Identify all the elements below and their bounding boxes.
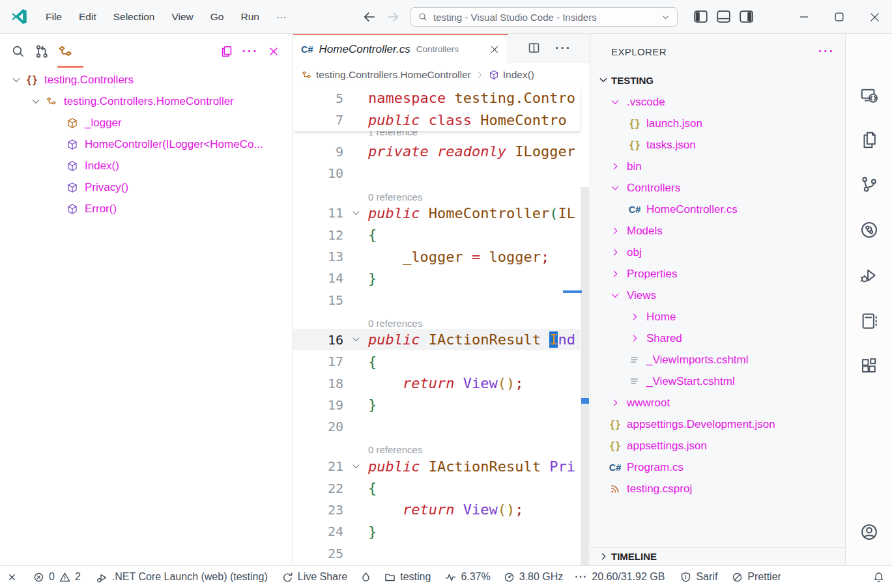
codelens-references[interactable]: 0 references bbox=[293, 184, 580, 203]
code-line[interactable]: 9private readonly ILogger bbox=[293, 141, 580, 162]
editor-scrollbar[interactable] bbox=[581, 187, 589, 565]
outline-item[interactable]: HomeController(ILogger<HomeCo... bbox=[0, 133, 292, 155]
explorer-item[interactable]: testing.csproj bbox=[590, 478, 845, 499]
tab-homecontroller[interactable]: C# HomeController.cs Controllers bbox=[293, 34, 508, 63]
codelens-references[interactable]: 0 references bbox=[293, 311, 580, 329]
compare-icon[interactable] bbox=[32, 42, 51, 61]
explorer-icon[interactable] bbox=[858, 129, 880, 151]
explorer-item[interactable]: .vscode bbox=[590, 91, 845, 113]
explorer-item[interactable]: Models bbox=[590, 220, 845, 242]
menu-selection[interactable]: Selection bbox=[105, 7, 164, 27]
fold-chevron-icon[interactable] bbox=[343, 208, 368, 218]
status-live-share[interactable]: Live Share bbox=[282, 571, 348, 583]
code-line[interactable]: 25 bbox=[293, 542, 580, 564]
status-remote[interactable] bbox=[7, 572, 18, 583]
account-icon[interactable] bbox=[858, 521, 880, 543]
outline-item[interactable]: _logger bbox=[0, 112, 292, 133]
forward-arrow-icon[interactable] bbox=[386, 10, 400, 24]
explorer-item[interactable]: bin bbox=[590, 156, 845, 177]
code-line[interactable]: 15 bbox=[293, 289, 580, 311]
explorer-item[interactable]: C#HomeController.cs bbox=[590, 199, 845, 220]
code-line[interactable]: 11public HomeController(IL bbox=[293, 203, 580, 224]
code-line[interactable]: 18 return View(); bbox=[293, 372, 580, 394]
status-flame[interactable] bbox=[360, 572, 371, 583]
extensions-icon[interactable] bbox=[858, 356, 880, 378]
duplicate-icon[interactable] bbox=[217, 42, 237, 61]
code-line[interactable]: 14} bbox=[293, 268, 580, 289]
status-clock-speed[interactable]: 3.80 GHz bbox=[504, 571, 564, 583]
code-line[interactable]: 10 bbox=[293, 163, 580, 184]
status-sarif[interactable]: Sarif bbox=[680, 571, 717, 583]
code-area[interactable]: 1 reference 5namespace testing.Contro7pu… bbox=[293, 87, 590, 565]
explorer-item[interactable]: wwwroot bbox=[590, 392, 845, 413]
code-line[interactable]: 20 bbox=[293, 416, 580, 438]
code-line[interactable]: 19} bbox=[293, 394, 580, 415]
source-control-icon[interactable] bbox=[858, 173, 880, 195]
code-line[interactable]: 22{ bbox=[293, 477, 580, 499]
code-line[interactable]: 16public IActionResult Ind bbox=[293, 329, 580, 350]
menu-view[interactable]: View bbox=[163, 7, 201, 27]
status-notifications[interactable] bbox=[873, 572, 884, 583]
menu-run[interactable]: Run bbox=[232, 7, 267, 27]
status-memory-usage[interactable]: ···20.60/31.92 GB bbox=[575, 571, 665, 583]
notebook-icon[interactable] bbox=[858, 310, 880, 332]
explorer-item[interactable]: obj bbox=[590, 242, 845, 263]
explorer-item[interactable]: {}tasks.json bbox=[590, 134, 845, 156]
outline-item[interactable]: {}testing.Controllers bbox=[0, 69, 292, 91]
maximize-button[interactable] bbox=[822, 0, 857, 34]
code-line[interactable]: 12{ bbox=[293, 224, 580, 245]
back-arrow-icon[interactable] bbox=[362, 10, 377, 24]
close-panel-icon[interactable] bbox=[264, 42, 283, 61]
outline-item[interactable]: Index() bbox=[0, 155, 292, 176]
more-actions-icon[interactable]: ··· bbox=[240, 42, 260, 61]
code-line[interactable]: 7public class HomeContro bbox=[293, 109, 580, 130]
explorer-item[interactable]: Shared bbox=[590, 328, 845, 349]
explorer-item[interactable]: {}appsettings.Development.json bbox=[590, 413, 845, 435]
codelens-references[interactable]: 0 references bbox=[293, 438, 580, 456]
explorer-item[interactable]: Properties bbox=[590, 263, 845, 285]
explorer-item[interactable]: _ViewImports.cshtml bbox=[590, 349, 845, 371]
status-prettier[interactable]: Prettier bbox=[732, 571, 781, 583]
close-tab-icon[interactable] bbox=[489, 44, 500, 55]
explorer-item[interactable]: Controllers bbox=[590, 177, 845, 199]
close-window-button[interactable] bbox=[857, 0, 892, 34]
class-hierarchy-icon[interactable] bbox=[55, 42, 75, 61]
status-debug-launch[interactable]: .NET Core Launch (web) (testing) bbox=[96, 571, 268, 583]
run-and-debug-icon[interactable] bbox=[858, 264, 880, 287]
outline-item[interactable]: Error() bbox=[0, 198, 292, 219]
command-center-search[interactable]: testing - Visual Studio Code - Insiders bbox=[410, 7, 678, 27]
status-problems[interactable]: 02 bbox=[33, 571, 81, 583]
explorer-item[interactable]: {}launch.json bbox=[590, 113, 845, 134]
gitlens-icon[interactable] bbox=[858, 219, 880, 241]
remote-explorer-icon[interactable] bbox=[858, 85, 880, 107]
minimize-button[interactable] bbox=[786, 0, 822, 34]
status-workspace[interactable]: testing bbox=[384, 571, 431, 583]
code-line[interactable]: 5namespace testing.Contro bbox=[293, 87, 580, 109]
code-line[interactable]: 17{ bbox=[293, 350, 580, 372]
outline-item[interactable]: Privacy() bbox=[0, 176, 292, 198]
explorer-item[interactable]: Home bbox=[590, 306, 845, 328]
search-icon[interactable] bbox=[8, 42, 28, 61]
breadcrumb-symbol[interactable]: Index() bbox=[489, 69, 534, 81]
fold-chevron-icon[interactable] bbox=[343, 335, 368, 344]
more-actions-icon[interactable]: ··· bbox=[555, 46, 571, 51]
section-timeline[interactable]: TIMELINE bbox=[590, 547, 845, 565]
menu-overflow[interactable]: ··· bbox=[268, 7, 295, 27]
toggle-primary-sidebar-icon[interactable] bbox=[692, 8, 709, 25]
explorer-item[interactable]: Views bbox=[590, 285, 845, 306]
code-line[interactable]: 21public IActionResult Pri bbox=[293, 455, 580, 477]
code-line[interactable]: 13 _logger = logger; bbox=[293, 245, 580, 267]
section-testing[interactable]: TESTING bbox=[590, 69, 845, 91]
toggle-panel-icon[interactable] bbox=[715, 8, 732, 25]
code-line[interactable]: 24} bbox=[293, 521, 580, 542]
explorer-item[interactable]: {}appsettings.json bbox=[590, 435, 845, 456]
menu-edit[interactable]: Edit bbox=[70, 7, 105, 27]
breadcrumb-class[interactable]: testing.Controllers.HomeController bbox=[301, 69, 471, 81]
explorer-item[interactable]: C#Program.cs bbox=[590, 456, 845, 478]
menu-go[interactable]: Go bbox=[202, 7, 233, 27]
menu-file[interactable]: File bbox=[37, 7, 70, 27]
status-cpu-usage[interactable]: 6.37% bbox=[445, 571, 490, 583]
code-line[interactable]: 23 return View(); bbox=[293, 499, 580, 520]
fold-chevron-icon[interactable] bbox=[343, 462, 368, 471]
split-editor-icon[interactable] bbox=[527, 41, 541, 55]
